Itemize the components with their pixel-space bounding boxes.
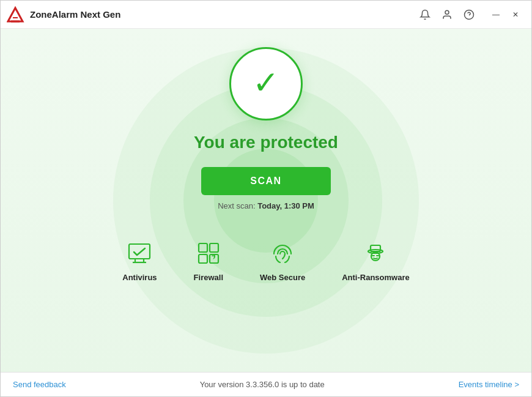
svg-point-3: [445, 10, 449, 14]
minimize-button[interactable]: —: [486, 6, 506, 23]
titlebar-left: ZoneAlarm Next Gen: [7, 6, 120, 24]
titlebar-actions: — ✕: [415, 5, 525, 24]
websecure-icon: [268, 239, 297, 268]
zonealarm-logo-icon: [7, 6, 25, 24]
antiransomware-icon: [361, 239, 390, 268]
next-scan-time: Today, 1:30 PM: [257, 201, 314, 210]
close-button[interactable]: ✕: [506, 6, 525, 23]
antiransomware-feature[interactable]: Anti-Ransomware: [342, 239, 410, 282]
check-circle: ✓: [229, 47, 303, 121]
websecure-feature[interactable]: Web Secure: [260, 239, 305, 282]
footer: Send feedback Your version 3.3.356.0 is …: [1, 372, 531, 396]
svg-rect-12: [199, 254, 207, 263]
help-icon: [464, 9, 475, 20]
svg-rect-6: [129, 244, 150, 259]
version-status: Your version 3.3.356.0 is up to date: [200, 380, 325, 389]
svg-rect-15: [371, 245, 380, 251]
protection-status-text: You are protected: [194, 133, 338, 152]
antiransomware-label: Anti-Ransomware: [342, 273, 410, 282]
svg-marker-0: [8, 8, 23, 21]
user-icon: [441, 9, 453, 20]
antivirus-feature[interactable]: Antivirus: [122, 239, 157, 282]
protection-status-icon: ✓: [229, 47, 303, 121]
svg-rect-11: [210, 243, 218, 252]
svg-rect-10: [199, 243, 207, 252]
events-timeline-link[interactable]: Events timeline >: [459, 380, 519, 389]
firewall-label: Firewall: [194, 273, 223, 282]
scan-button[interactable]: SCAN: [201, 167, 330, 195]
checkmark-icon: ✓: [253, 67, 279, 98]
antivirus-icon: [125, 239, 154, 268]
send-feedback-link[interactable]: Send feedback: [13, 380, 66, 389]
firewall-icon: [194, 239, 223, 268]
help-button[interactable]: [459, 5, 479, 24]
account-button[interactable]: [437, 5, 457, 24]
websecure-label: Web Secure: [260, 273, 305, 282]
window-controls: — ✕: [486, 6, 525, 23]
next-scan-info: Next scan: Today, 1:30 PM: [218, 201, 314, 210]
notification-button[interactable]: [415, 5, 435, 24]
firewall-feature[interactable]: Firewall: [194, 239, 223, 282]
app-title: ZoneAlarm Next Gen: [30, 9, 120, 20]
next-scan-prefix: Next scan:: [218, 201, 257, 210]
antivirus-label: Antivirus: [122, 273, 157, 282]
bell-icon: [419, 9, 430, 20]
features-row: Antivirus Firewall: [122, 239, 409, 282]
main-content: ✓ You are protected SCAN Next scan: Toda…: [1, 29, 531, 372]
titlebar: ZoneAlarm Next Gen — ✕: [1, 1, 531, 29]
